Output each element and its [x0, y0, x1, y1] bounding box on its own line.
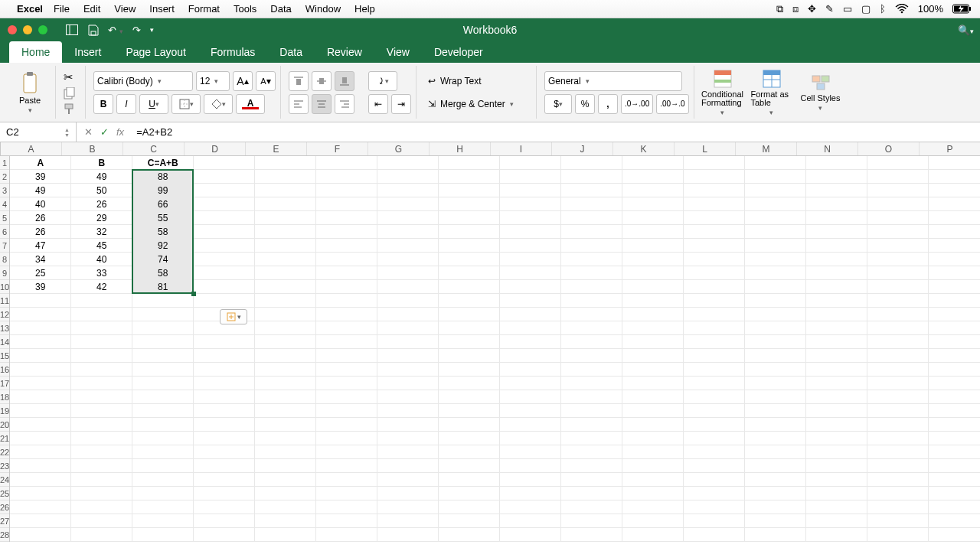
cell-P16[interactable]	[929, 363, 980, 377]
cell-A18[interactable]	[10, 390, 71, 404]
format-painter-icon[interactable]	[64, 103, 76, 115]
align-center-button[interactable]	[312, 94, 332, 114]
cell-J14[interactable]	[561, 335, 622, 349]
cell-N2[interactable]	[806, 170, 867, 184]
cell-C6[interactable]: 58	[132, 225, 194, 239]
cell-P13[interactable]	[929, 321, 980, 335]
cell-J9[interactable]	[561, 266, 622, 280]
cell-P5[interactable]	[929, 211, 980, 225]
cell-K17[interactable]	[622, 377, 684, 390]
cell-B26[interactable]	[71, 500, 132, 514]
menu-view[interactable]: View	[114, 3, 136, 15]
menu-format[interactable]: Format	[188, 3, 220, 15]
row-header-25[interactable]: 25	[0, 487, 9, 500]
cell-G15[interactable]	[377, 349, 439, 363]
row-header-20[interactable]: 20	[0, 418, 9, 432]
cell-N6[interactable]	[806, 225, 867, 239]
row-header-10[interactable]: 10	[0, 280, 9, 294]
cell-F4[interactable]	[316, 197, 377, 211]
cell-G8[interactable]	[377, 253, 439, 266]
cell-J20[interactable]	[561, 418, 622, 432]
fx-icon[interactable]: fx	[116, 126, 124, 138]
cell-K28[interactable]	[622, 528, 684, 542]
cell-H15[interactable]	[439, 349, 500, 363]
cell-L27[interactable]	[684, 514, 745, 528]
cell-P20[interactable]	[929, 418, 980, 432]
cell-I4[interactable]	[500, 197, 561, 211]
cell-I25[interactable]	[500, 487, 561, 500]
screencast-icon[interactable]: ⧉	[776, 3, 783, 15]
cell-H6[interactable]	[439, 225, 500, 239]
cell-K9[interactable]	[622, 266, 684, 280]
cell-E20[interactable]	[255, 418, 316, 432]
cell-A16[interactable]	[10, 363, 71, 377]
cell-N16[interactable]	[806, 363, 867, 377]
cell-P18[interactable]	[929, 390, 980, 404]
cell-N18[interactable]	[806, 390, 867, 404]
cell-N26[interactable]	[806, 500, 867, 514]
cell-I2[interactable]	[500, 170, 561, 184]
col-header-L[interactable]: L	[675, 142, 736, 155]
shrink-font-button[interactable]: A▾	[256, 71, 276, 91]
cell-O28[interactable]	[867, 528, 929, 542]
cell-styles-button[interactable]: Cell Styles▾	[800, 73, 841, 112]
cell-F10[interactable]	[316, 280, 377, 294]
cell-A6[interactable]: 26	[10, 225, 71, 239]
cell-G5[interactable]	[377, 211, 439, 225]
cell-C13[interactable]	[132, 321, 194, 335]
qat-customize-icon[interactable]: ▾	[150, 26, 154, 34]
cell-I10[interactable]	[500, 280, 561, 294]
cell-J23[interactable]	[561, 459, 622, 473]
cell-A9[interactable]: 25	[10, 266, 71, 280]
row-header-1[interactable]: 1	[0, 156, 9, 170]
cell-E25[interactable]	[255, 487, 316, 500]
cell-K18[interactable]	[622, 390, 684, 404]
cell-F16[interactable]	[316, 363, 377, 377]
save-icon[interactable]	[87, 24, 99, 36]
cell-K4[interactable]	[622, 197, 684, 211]
cell-C15[interactable]	[132, 349, 194, 363]
tab-review[interactable]: Review	[315, 41, 374, 63]
cell-M3[interactable]	[745, 184, 806, 197]
cell-E4[interactable]	[255, 197, 316, 211]
cell-O16[interactable]	[867, 363, 929, 377]
cell-C26[interactable]	[132, 500, 194, 514]
cell-O24[interactable]	[867, 473, 929, 487]
redo-icon[interactable]: ↷	[132, 24, 141, 36]
col-header-B[interactable]: B	[62, 142, 123, 155]
cell-C2[interactable]: 88	[132, 170, 194, 184]
cell-K7[interactable]	[622, 239, 684, 253]
displays-icon[interactable]: ▭	[843, 3, 852, 15]
cell-B5[interactable]: 29	[71, 211, 132, 225]
cell-I23[interactable]	[500, 459, 561, 473]
cell-L13[interactable]	[684, 321, 745, 335]
cell-H3[interactable]	[439, 184, 500, 197]
cell-M14[interactable]	[745, 335, 806, 349]
cell-C12[interactable]	[132, 308, 194, 321]
cell-G3[interactable]	[377, 184, 439, 197]
tab-home[interactable]: Home	[9, 41, 62, 63]
row-header-22[interactable]: 22	[0, 445, 9, 459]
cell-D23[interactable]	[194, 459, 255, 473]
cell-J5[interactable]	[561, 211, 622, 225]
cell-F28[interactable]	[316, 528, 377, 542]
wifi-icon[interactable]	[895, 4, 909, 14]
cell-C7[interactable]: 92	[132, 239, 194, 253]
cell-G28[interactable]	[377, 528, 439, 542]
grow-font-button[interactable]: A▴	[233, 71, 253, 91]
cell-G9[interactable]	[377, 266, 439, 280]
cell-B25[interactable]	[71, 487, 132, 500]
cell-P7[interactable]	[929, 239, 980, 253]
cell-F18[interactable]	[316, 390, 377, 404]
cell-H10[interactable]	[439, 280, 500, 294]
cell-P2[interactable]	[929, 170, 980, 184]
cell-I12[interactable]	[500, 308, 561, 321]
cell-D22[interactable]	[194, 445, 255, 459]
cell-O14[interactable]	[867, 335, 929, 349]
accept-formula-icon[interactable]: ✓	[100, 126, 109, 138]
cell-L9[interactable]	[684, 266, 745, 280]
bold-button[interactable]: B	[93, 94, 113, 114]
row-header-28[interactable]: 28	[0, 528, 9, 542]
cell-P10[interactable]	[929, 280, 980, 294]
cell-F26[interactable]	[316, 500, 377, 514]
